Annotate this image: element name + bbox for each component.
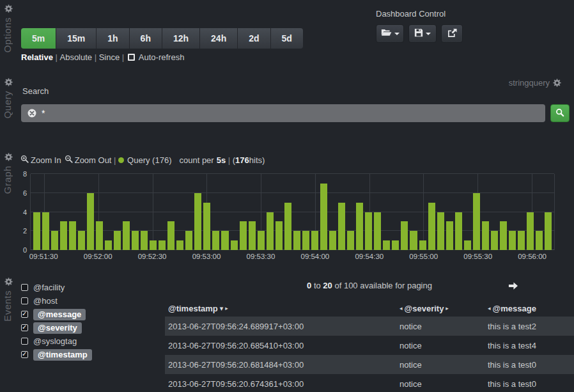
graph-gear-icon[interactable] <box>4 153 13 161</box>
field-item-timestamp[interactable]: ✓@timestamp <box>21 348 92 361</box>
query-type-gear-icon[interactable] <box>553 79 561 87</box>
histogram-bar[interactable] <box>275 221 283 250</box>
histogram-bar[interactable] <box>419 240 426 250</box>
time-range-24h[interactable]: 24h <box>199 28 237 49</box>
event-row[interactable]: 2013-06-27T09:56:24.689917+03:00noticeth… <box>165 317 574 336</box>
histogram-bar[interactable] <box>194 193 201 250</box>
histogram-bar[interactable] <box>392 240 399 250</box>
histogram-bar[interactable] <box>141 231 148 250</box>
histogram-bar[interactable] <box>132 231 139 250</box>
histogram-bar[interactable] <box>105 240 112 250</box>
histogram-bar[interactable] <box>311 231 318 250</box>
histogram-bar[interactable] <box>374 212 381 251</box>
histogram-bar[interactable] <box>509 231 516 250</box>
histogram-bar[interactable] <box>231 240 238 250</box>
field-checkbox[interactable]: ✓ <box>21 351 28 358</box>
time-range-5m[interactable]: 5m <box>21 28 56 49</box>
field-item-host[interactable]: @host <box>21 294 92 308</box>
field-item-syslogtag[interactable]: @syslogtag <box>21 334 92 348</box>
histogram-bar[interactable] <box>320 184 327 250</box>
legend-label[interactable]: Query (176) <box>127 155 171 165</box>
column-header-severity[interactable]: ◂ @severity ▸ <box>396 301 485 316</box>
histogram-bar[interactable] <box>437 212 444 251</box>
histogram-bar[interactable] <box>536 231 543 250</box>
time-range-5d[interactable]: 5d <box>270 28 303 49</box>
sort-chevron-icon[interactable]: ▾ <box>220 304 224 313</box>
histogram-plot[interactable] <box>30 174 555 250</box>
histogram-bar[interactable] <box>428 203 435 250</box>
histogram-bar[interactable] <box>356 203 363 250</box>
move-column-left-icon[interactable]: ◂ <box>488 305 491 311</box>
histogram-bar[interactable] <box>365 212 372 251</box>
histogram-bar[interactable] <box>401 221 408 250</box>
event-row[interactable]: 2013-06-27T09:56:20.674361+03:00noticeth… <box>165 374 574 392</box>
histogram-bar[interactable] <box>347 231 354 250</box>
histogram-bar[interactable] <box>518 231 525 250</box>
load-dashboard-button[interactable] <box>376 24 404 43</box>
time-range-15m[interactable]: 15m <box>56 28 96 49</box>
event-row[interactable]: 2013-06-27T09:56:20.685410+03:00noticeth… <box>165 336 574 355</box>
search-input[interactable] <box>21 104 545 122</box>
histogram-bar[interactable] <box>527 212 534 251</box>
options-gear-icon[interactable] <box>4 4 13 13</box>
histogram-bar[interactable] <box>455 212 462 251</box>
histogram-bar[interactable] <box>446 221 453 250</box>
histogram-bar[interactable] <box>500 221 507 250</box>
histogram-bar[interactable] <box>176 240 183 250</box>
time-mode-since[interactable]: Since <box>99 52 120 62</box>
histogram-bar[interactable] <box>123 221 130 250</box>
query-gear-icon[interactable] <box>4 78 13 86</box>
move-column-left-icon[interactable]: ◂ <box>399 305 403 311</box>
field-checkbox[interactable] <box>21 338 28 345</box>
histogram-bar[interactable] <box>284 203 291 250</box>
histogram-bar[interactable] <box>464 240 471 250</box>
histogram-bar[interactable] <box>69 221 76 250</box>
histogram-bar[interactable] <box>545 212 552 251</box>
time-mode-relative[interactable]: Relative <box>21 52 53 62</box>
field-checkbox[interactable]: ✓ <box>21 311 28 318</box>
share-dashboard-button[interactable] <box>441 24 463 43</box>
histogram-bar[interactable] <box>114 231 121 250</box>
histogram-bar[interactable] <box>42 212 49 251</box>
histogram-bar[interactable] <box>410 231 417 250</box>
histogram-bar[interactable] <box>51 231 58 250</box>
histogram-bar[interactable] <box>249 221 256 250</box>
histogram-bar[interactable] <box>212 231 219 250</box>
column-header-message[interactable]: ◂ @message <box>485 301 574 316</box>
histogram-bar[interactable] <box>258 231 265 250</box>
histogram-bar[interactable] <box>203 203 210 250</box>
histogram-bar[interactable] <box>96 221 103 250</box>
time-mode-absolute[interactable]: Absolute <box>59 52 92 62</box>
interval-label[interactable]: 5s <box>217 155 226 165</box>
column-header-timestamp[interactable]: @timestamp ▾ ▸ <box>165 301 396 316</box>
event-row[interactable]: 2013-06-27T09:56:20.681484+03:00noticeth… <box>165 355 574 374</box>
histogram-bar[interactable] <box>293 231 300 250</box>
move-column-right-icon[interactable]: ▸ <box>225 305 228 311</box>
field-checkbox[interactable] <box>21 297 28 304</box>
field-item-message[interactable]: ✓@message <box>21 308 92 321</box>
time-range-2d[interactable]: 2d <box>237 28 270 49</box>
histogram-bar[interactable] <box>159 240 166 250</box>
histogram-bar[interactable] <box>78 231 85 250</box>
move-column-right-icon[interactable]: ▸ <box>446 305 449 311</box>
histogram-bar[interactable] <box>338 203 345 250</box>
time-range-6h[interactable]: 6h <box>129 28 162 49</box>
histogram-bar[interactable] <box>60 221 67 250</box>
search-button[interactable] <box>550 104 570 122</box>
histogram-bar[interactable] <box>302 231 309 250</box>
field-item-severity[interactable]: ✓@severity <box>21 321 92 334</box>
zoom-in-link[interactable]: Zoom In <box>20 155 61 165</box>
histogram-bar[interactable] <box>329 231 336 250</box>
histogram-bar[interactable] <box>473 193 480 250</box>
field-checkbox[interactable] <box>21 284 28 291</box>
time-range-12h[interactable]: 12h <box>162 28 199 49</box>
save-dashboard-button[interactable] <box>408 24 437 43</box>
histogram-bar[interactable] <box>167 221 175 250</box>
next-page-arrow-icon[interactable] <box>508 281 518 292</box>
histogram-bar[interactable] <box>491 231 498 250</box>
field-item-facility[interactable]: @facility <box>21 281 92 294</box>
histogram-bar[interactable] <box>267 212 274 251</box>
field-checkbox[interactable]: ✓ <box>21 324 28 331</box>
histogram-bar[interactable] <box>150 240 157 250</box>
histogram-bar[interactable] <box>482 221 489 250</box>
